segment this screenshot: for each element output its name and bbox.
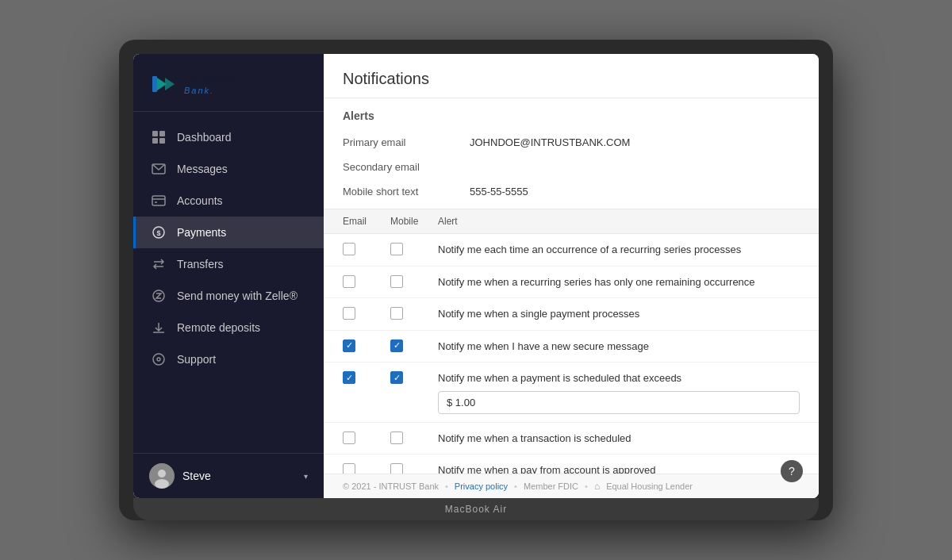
- email-checkbox-cell-5: [343, 370, 390, 384]
- support-icon: [152, 352, 166, 366]
- payments-icon: $: [152, 225, 166, 240]
- alerts-section-title: Alerts: [324, 98, 819, 130]
- email-checkbox-3[interactable]: [343, 307, 355, 320]
- svg-point-16: [153, 354, 164, 365]
- mobile-checkbox-cell-4: [390, 339, 438, 352]
- svg-rect-5: [159, 131, 165, 136]
- alert-text-5: Notify me when a payment is scheduled th…: [438, 370, 800, 386]
- svg-point-19: [158, 470, 166, 478]
- notification-row-5: Notify me when a payment is scheduled th…: [324, 362, 819, 423]
- mobile-checkbox-4[interactable]: [390, 339, 403, 352]
- user-chevron-icon: ▾: [304, 472, 308, 481]
- laptop-screen: INTRUST Bank.: [133, 54, 819, 498]
- alert-text-7: Notify me when a pay from account is app…: [438, 462, 800, 474]
- sidebar-item-payments[interactable]: $ Payments: [133, 217, 324, 248]
- footer-member-fdic: Member FDIC: [524, 481, 578, 491]
- intrust-logo-icon: [149, 70, 178, 98]
- messages-icon: [152, 162, 166, 176]
- svg-rect-4: [152, 131, 158, 136]
- help-button[interactable]: ?: [781, 460, 803, 482]
- col-header-mobile: Mobile: [390, 216, 438, 227]
- sidebar-nav: Dashboard Messages: [133, 112, 324, 453]
- email-checkbox-6[interactable]: [343, 432, 355, 444]
- content-body[interactable]: Alerts Primary email JOHNDOE@INTRUSTBANK…: [324, 98, 819, 474]
- mobile-checkbox-cell-2: [390, 274, 438, 288]
- app-container: INTRUST Bank.: [133, 54, 819, 498]
- amount-input-wrap-5: [343, 391, 800, 414]
- mobile-checkbox-2[interactable]: [390, 275, 403, 288]
- notification-row-4: Notify me when I have a new secure messa…: [324, 331, 819, 363]
- sidebar-item-transfers-label: Transfers: [177, 258, 224, 270]
- user-avatar-image: [149, 463, 175, 489]
- col-header-alert: Alert: [438, 216, 800, 227]
- notification-row-6: Notify me when a transaction is schedule…: [324, 423, 819, 455]
- sidebar-item-accounts[interactable]: Accounts: [133, 185, 324, 217]
- brand-sub: Bank.: [184, 86, 244, 95]
- user-name: Steve: [182, 470, 296, 482]
- email-checkbox-2[interactable]: [343, 275, 355, 288]
- footer-equal-housing-icon: ⌂: [594, 481, 600, 492]
- footer-privacy-policy[interactable]: Privacy policy: [455, 481, 508, 491]
- email-checkbox-cell-2: [343, 274, 390, 288]
- main-content: Notifications Alerts Primary email JOHND…: [324, 54, 819, 498]
- sidebar-item-zelle[interactable]: Send money with Zelle®: [133, 280, 324, 312]
- sidebar: INTRUST Bank.: [133, 54, 324, 498]
- mobile-checkbox-1[interactable]: [390, 243, 403, 255]
- zelle-icon: [152, 289, 166, 303]
- notification-row-3: Notify me when a single payment processe…: [324, 298, 819, 331]
- sidebar-item-messages[interactable]: Messages: [133, 153, 324, 185]
- mobile-checkbox-3[interactable]: [390, 307, 403, 320]
- mobile-checkbox-cell-6: [390, 431, 438, 444]
- notification-row-7: Notify me when a pay from account is app…: [324, 455, 819, 474]
- user-area[interactable]: Steve ▾: [133, 453, 324, 498]
- email-checkbox-4[interactable]: [343, 339, 355, 352]
- notifications-table-header: Email Mobile Alert: [324, 209, 819, 234]
- mobile-checkbox-cell-3: [390, 306, 438, 320]
- sidebar-item-remote-deposits[interactable]: Remote deposits: [133, 312, 324, 343]
- dashboard-icon: [152, 130, 166, 144]
- sidebar-item-transfers[interactable]: Transfers: [133, 248, 324, 280]
- logo-area: INTRUST Bank.: [133, 54, 324, 112]
- sidebar-item-support[interactable]: Support: [133, 343, 324, 375]
- mobile-checkbox-7[interactable]: [390, 463, 403, 474]
- sidebar-item-dashboard[interactable]: Dashboard: [133, 121, 324, 153]
- svg-text:$: $: [156, 229, 160, 237]
- alert-text-1: Notify me each time an occurrence of a r…: [438, 242, 800, 258]
- email-checkbox-cell-4: [343, 339, 390, 352]
- mobile-checkbox-cell-1: [390, 242, 438, 255]
- user-avatar: [149, 463, 175, 489]
- svg-rect-1: [152, 76, 157, 92]
- mobile-checkbox-5[interactable]: [390, 371, 403, 384]
- email-checkbox-5[interactable]: [343, 371, 355, 384]
- sidebar-item-messages-label: Messages: [177, 163, 228, 175]
- content-header: Notifications: [324, 54, 819, 98]
- mobile-checkbox-6[interactable]: [390, 432, 403, 444]
- sidebar-item-zelle-label: Send money with Zelle®: [177, 290, 298, 302]
- email-checkbox-1[interactable]: [343, 243, 355, 255]
- mobile-short-text-row: Mobile short text 555-55-5555: [324, 179, 819, 204]
- remote-deposits-icon: [152, 320, 166, 335]
- intrust-logo: INTRUST Bank.: [149, 70, 308, 98]
- main-content-wrapper: Notifications Alerts Primary email JOHND…: [324, 54, 819, 498]
- transfers-icon: [152, 257, 166, 271]
- col-header-email: Email: [343, 216, 390, 227]
- amount-input-5[interactable]: [438, 391, 800, 414]
- footer: © 2021 - INTRUST Bank • Privacy policy •…: [324, 474, 819, 498]
- email-checkbox-cell-3: [343, 306, 390, 320]
- page-title: Notifications: [343, 70, 800, 88]
- alert-text-6: Notify me when a transaction is schedule…: [438, 431, 800, 447]
- laptop-base: MacBook Air: [133, 498, 819, 520]
- primary-email-row: Primary email JOHNDOE@INTRUSTBANK.COM: [324, 130, 819, 155]
- svg-rect-6: [152, 138, 158, 144]
- svg-rect-7: [159, 138, 165, 144]
- accounts-icon: [152, 194, 166, 208]
- sidebar-item-support-label: Support: [177, 353, 216, 366]
- email-checkbox-cell-6: [343, 431, 390, 444]
- mobile-short-text-label: Mobile short text: [343, 186, 470, 198]
- laptop-model-label: MacBook Air: [445, 504, 507, 515]
- primary-email-value: JOHNDOE@INTRUSTBANK.COM: [470, 136, 630, 148]
- footer-copyright: © 2021 - INTRUST Bank: [343, 481, 439, 491]
- footer-equal-housing: Equal Housing Lender: [606, 481, 693, 491]
- email-checkbox-7[interactable]: [343, 463, 355, 474]
- mobile-checkbox-cell-7: [390, 462, 438, 474]
